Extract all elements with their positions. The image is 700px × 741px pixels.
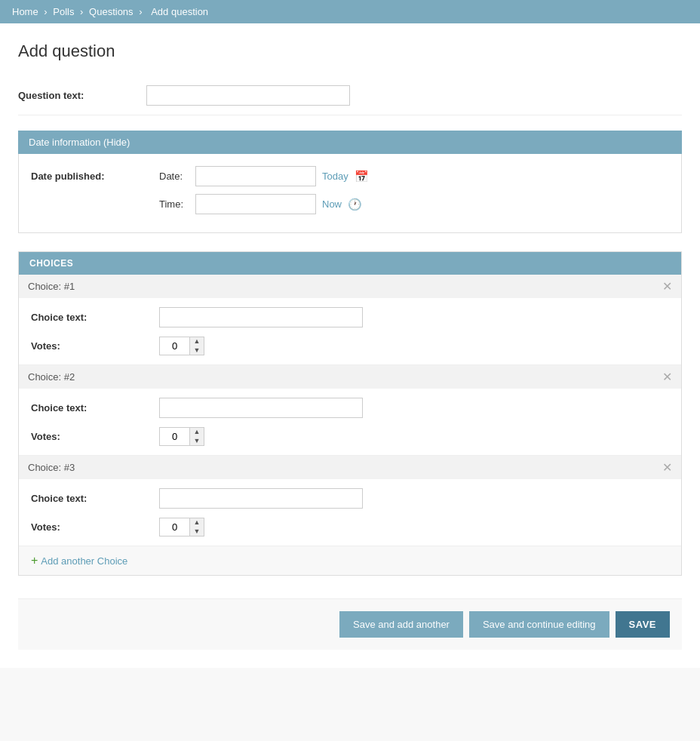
date-published-row: Date published: Date: Today 📅 Time: Now … xyxy=(31,166,669,214)
choice-2-votes-wrap: ▲ ▼ xyxy=(159,427,204,446)
calendar-icon[interactable]: 📅 xyxy=(355,170,369,183)
choice-1-votes-label: Votes: xyxy=(31,340,159,352)
choice-2-votes-down[interactable]: ▼ xyxy=(190,437,204,446)
choice-1-votes-wrap: ▲ ▼ xyxy=(159,337,204,355)
choice-1-title-row: Choice: #1 ✕ xyxy=(19,275,681,298)
choice-2-group: Choice: #2 ✕ Choice text: Votes: ▲ xyxy=(19,365,681,456)
choice-1-text-row: Choice text: xyxy=(31,307,669,327)
save-and-continue-button[interactable]: Save and continue editing xyxy=(469,611,609,638)
add-choice-button[interactable]: + Add another Choice xyxy=(31,554,127,567)
date-published-fields: Date: Today 📅 Time: Now 🕐 xyxy=(159,166,369,214)
choice-3-title: Choice: #3 xyxy=(28,462,75,473)
save-and-add-button[interactable]: Save and add another xyxy=(339,611,463,638)
choice-1-fields: Choice text: Votes: ▲ ▼ xyxy=(19,298,681,364)
time-field-row: Time: Now 🕐 xyxy=(159,194,369,214)
date-published-label: Date published: xyxy=(31,166,159,182)
question-text-row: Question text: xyxy=(18,76,682,115)
form-footer: Save and add another Save and continue e… xyxy=(18,598,682,650)
date-section-body: Date published: Date: Today 📅 Time: Now … xyxy=(18,154,682,233)
choice-3-votes-up[interactable]: ▲ xyxy=(190,518,204,527)
save-button[interactable]: SAVE xyxy=(616,611,670,638)
choice-1-text-input[interactable] xyxy=(159,307,363,327)
plus-icon: + xyxy=(31,554,38,567)
question-text-input-wrap xyxy=(146,85,682,106)
choices-section: CHOICES Choice: #1 ✕ Choice text: Votes: xyxy=(18,251,682,576)
date-section-hide-link[interactable]: Hide xyxy=(106,137,127,148)
choice-2-votes-row: Votes: ▲ ▼ xyxy=(31,427,669,446)
choice-1-stepper-buttons: ▲ ▼ xyxy=(190,337,204,355)
choice-2-text-label: Choice text: xyxy=(31,402,159,414)
breadcrumb-sep2: › xyxy=(80,6,83,17)
breadcrumb-bar: Home › Polls › Questions › Add question xyxy=(0,0,700,23)
choice-1-votes-input[interactable] xyxy=(160,337,190,355)
choice-1-votes-up[interactable]: ▲ xyxy=(190,337,204,346)
clock-icon[interactable]: 🕐 xyxy=(348,198,362,211)
choice-2-votes-stepper: ▲ ▼ xyxy=(159,427,204,446)
choice-3-stepper-buttons: ▲ ▼ xyxy=(190,518,204,536)
choice-1-title: Choice: #1 xyxy=(28,281,75,292)
choice-3-delete-button[interactable]: ✕ xyxy=(662,460,672,475)
date-section-title: Date information xyxy=(29,137,100,148)
choice-3-votes-stepper: ▲ ▼ xyxy=(159,518,204,537)
date-input[interactable] xyxy=(195,166,316,186)
question-text-label: Question text: xyxy=(18,85,146,101)
choice-3-text-label: Choice text: xyxy=(31,493,159,504)
choice-2-text-row: Choice text: xyxy=(31,398,669,418)
choice-3-votes-row: Votes: ▲ ▼ xyxy=(31,518,669,537)
choice-1-votes-down[interactable]: ▼ xyxy=(190,346,204,355)
choice-3-votes-label: Votes: xyxy=(31,521,159,533)
time-label: Time: xyxy=(159,198,189,210)
choice-2-delete-button[interactable]: ✕ xyxy=(662,370,672,384)
choice-1-votes-stepper: ▲ ▼ xyxy=(159,337,204,355)
choice-1-votes-row: Votes: ▲ ▼ xyxy=(31,337,669,355)
choice-2-fields: Choice text: Votes: ▲ ▼ xyxy=(19,389,681,455)
breadcrumb-sep1: › xyxy=(44,6,47,17)
choice-2-votes-label: Votes: xyxy=(31,431,159,442)
choice-3-group: Choice: #3 ✕ Choice text: Votes: ▲ xyxy=(19,456,681,546)
choice-3-text-input[interactable] xyxy=(159,488,363,509)
date-label: Date: xyxy=(159,171,189,182)
choice-3-votes-input[interactable] xyxy=(160,518,190,536)
choice-1-text-label: Choice text: xyxy=(31,312,159,323)
choice-2-votes-up[interactable]: ▲ xyxy=(190,428,204,437)
breadcrumb-current: Add question xyxy=(151,6,208,17)
question-text-input[interactable] xyxy=(146,85,350,106)
choice-3-text-row: Choice text: xyxy=(31,488,669,509)
add-choice-row: + Add another Choice xyxy=(19,546,681,575)
date-section-header[interactable]: Date information (Hide) xyxy=(18,131,682,154)
today-link[interactable]: Today xyxy=(322,171,348,182)
breadcrumb-questions[interactable]: Questions xyxy=(89,6,134,17)
choice-1-delete-button[interactable]: ✕ xyxy=(662,279,672,294)
choice-2-title: Choice: #2 xyxy=(28,371,75,383)
choice-2-votes-input[interactable] xyxy=(160,428,190,445)
choice-2-stepper-buttons: ▲ ▼ xyxy=(190,428,204,445)
time-input[interactable] xyxy=(195,194,316,214)
choices-header: CHOICES xyxy=(19,252,681,275)
choice-1-group: Choice: #1 ✕ Choice text: Votes: ▲ xyxy=(19,275,681,365)
page-title: Add question xyxy=(18,42,682,61)
choice-3-votes-down[interactable]: ▼ xyxy=(190,527,204,537)
breadcrumb-sep3: › xyxy=(139,6,142,17)
choice-2-text-input[interactable] xyxy=(159,398,363,418)
choice-3-votes-wrap: ▲ ▼ xyxy=(159,518,204,537)
choice-2-title-row: Choice: #2 ✕ xyxy=(19,365,681,389)
choice-3-title-row: Choice: #3 ✕ xyxy=(19,456,681,479)
breadcrumb-home[interactable]: Home xyxy=(12,6,38,17)
breadcrumb-polls[interactable]: Polls xyxy=(53,6,74,17)
main-content: Add question Question text: Date informa… xyxy=(0,23,700,668)
now-link[interactable]: Now xyxy=(322,198,342,210)
add-choice-label: Add another Choice xyxy=(41,555,127,567)
choice-3-fields: Choice text: Votes: ▲ ▼ xyxy=(19,479,681,546)
date-field-row: Date: Today 📅 xyxy=(159,166,369,186)
